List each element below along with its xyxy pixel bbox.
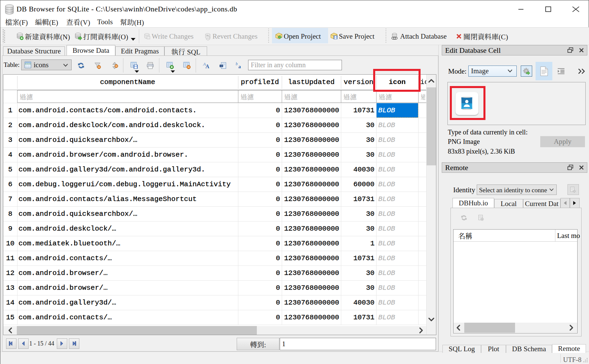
svg-text:a: a [238,64,241,69]
svg-text:A: A [205,64,209,69]
svg-text:b: b [236,62,238,66]
